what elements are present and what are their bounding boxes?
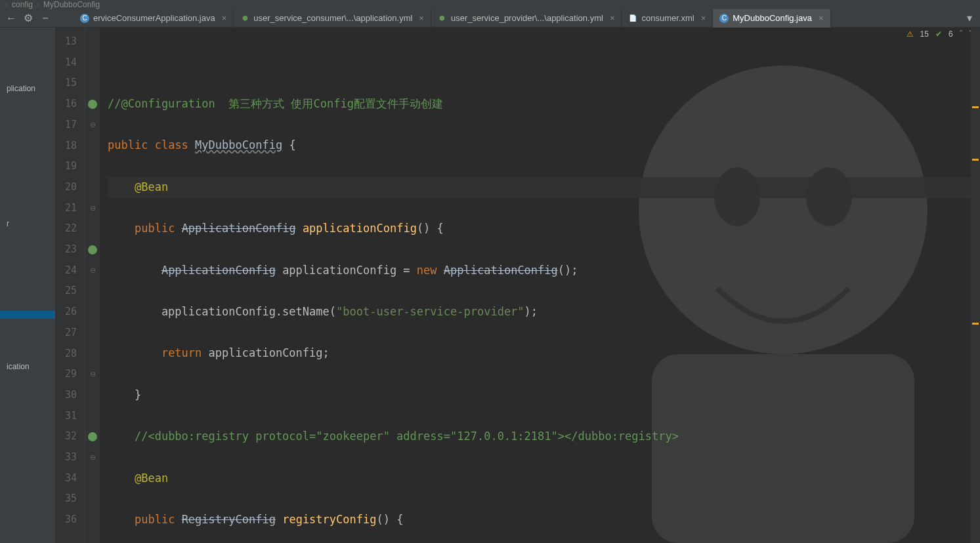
minus-icon[interactable]: − bbox=[37, 11, 54, 26]
tab-label: user_service_consumer\...\application.ym… bbox=[253, 13, 412, 23]
editor[interactable]: 1314151617181920212223242526272829303132… bbox=[56, 28, 980, 543]
yaml-icon: ⬢ bbox=[438, 14, 447, 23]
sidebar-item-active[interactable] bbox=[0, 311, 55, 319]
toolbar: ← ⚙ − C erviceConsumerApplication.java ×… bbox=[0, 9, 980, 28]
tab-label: user_service_provider\...\application.ym… bbox=[451, 13, 603, 23]
breadcrumb-file[interactable]: MyDubboConfig bbox=[43, 0, 100, 9]
tab-consumer-xml[interactable]: 📄 consumer.xml × bbox=[622, 9, 713, 28]
close-icon[interactable]: × bbox=[419, 13, 424, 23]
editor-tabs: C erviceConsumerApplication.java × ⬢ use… bbox=[74, 9, 962, 28]
tab-label: consumer.xml bbox=[641, 13, 694, 23]
breadcrumb-sep: › bbox=[37, 0, 39, 9]
close-icon[interactable]: × bbox=[610, 13, 615, 23]
breadcrumb-config[interactable]: config bbox=[12, 0, 33, 9]
error-stripe[interactable] bbox=[971, 28, 980, 543]
java-class-icon: C bbox=[80, 14, 89, 23]
yaml-icon: ⬢ bbox=[240, 14, 249, 23]
line-gutter: 1314151617181920212223242526272829303132… bbox=[56, 28, 85, 543]
close-icon[interactable]: × bbox=[701, 13, 706, 23]
sidebar-item[interactable]: plication bbox=[0, 80, 55, 97]
code-area[interactable]: //@Configuration 第三种方式 使用Config配置文件手动创建 … bbox=[100, 28, 980, 543]
tab-label: MyDubboConfig.java bbox=[733, 13, 812, 23]
breadcrumb: › config › MyDubboConfig bbox=[0, 0, 980, 9]
tab-provider-yml[interactable]: ⬢ user_service_provider\...\application.… bbox=[431, 9, 622, 28]
project-sidebar: plication r ication bbox=[0, 28, 56, 543]
tab-label: erviceConsumerApplication.java bbox=[93, 13, 215, 23]
sidebar-item[interactable]: ication bbox=[0, 358, 55, 375]
tab-mydubboconfig[interactable]: C MyDubboConfig.java × bbox=[713, 9, 830, 28]
tab-dropdown-icon[interactable]: ▾ bbox=[962, 12, 977, 24]
close-icon[interactable]: × bbox=[819, 13, 824, 23]
back-icon[interactable]: ← bbox=[3, 11, 20, 26]
gear-icon[interactable]: ⚙ bbox=[20, 11, 37, 26]
breadcrumb-sep: › bbox=[5, 0, 8, 9]
close-icon[interactable]: × bbox=[222, 13, 227, 23]
tab-consumer-app[interactable]: C erviceConsumerApplication.java × bbox=[74, 9, 234, 28]
xml-icon: 📄 bbox=[628, 14, 637, 23]
java-class-icon: C bbox=[719, 14, 729, 23]
sidebar-item[interactable]: r bbox=[0, 215, 55, 232]
gutter-icons: ⊖⊖⊖⊖⊖ bbox=[85, 28, 100, 543]
tab-consumer-yml[interactable]: ⬢ user_service_consumer\...\application.… bbox=[234, 9, 431, 28]
